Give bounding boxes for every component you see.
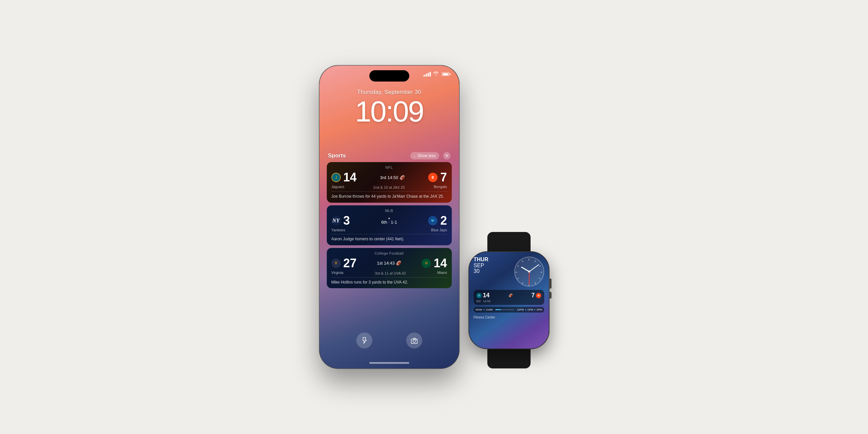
signal-bar-3 xyxy=(428,73,429,77)
battery-icon xyxy=(442,72,449,76)
nfl-score-row: J 14 3rd 14:50 🏈 7 xyxy=(332,171,447,183)
tick-2 xyxy=(538,265,540,267)
widget-title: Sports xyxy=(328,152,346,159)
virginia-logo: V xyxy=(332,259,341,268)
apple-watch-device: THUR SEP 30 xyxy=(469,252,549,348)
football-icon: 🏈 xyxy=(400,175,405,180)
cfb-game-info: 1st 14:43 🏈 xyxy=(357,261,422,266)
svg-text:B: B xyxy=(432,176,434,179)
yankees-logo: NY xyxy=(332,216,341,225)
inning-arrow: ▲ xyxy=(388,217,391,220)
fitness-center-label: Fitness Center xyxy=(474,316,495,319)
schedule-12pm: 12PM xyxy=(517,308,524,311)
comp-score-line: J 14 🏈 7 B xyxy=(476,292,541,299)
analog-clock xyxy=(514,257,544,287)
mlb-team1-score-num: 3 xyxy=(343,215,350,227)
nfl-game-info: 3rd 14:50 🏈 xyxy=(357,175,429,180)
lock-date: Thursday, September 30 xyxy=(319,89,459,95)
watch-score-complication[interactable]: J 14 🏈 7 B 3rd xyxy=(474,290,544,305)
iphone-screen: Thursday, September 30 10:09 Sports ⌄ Sh… xyxy=(319,65,459,369)
scene: Thursday, September 30 10:09 Sports ⌄ Sh… xyxy=(319,65,549,369)
close-icon: ✕ xyxy=(445,153,448,158)
cfb-team1-score-num: 27 xyxy=(343,257,357,269)
wifi-icon xyxy=(433,71,438,77)
mlb-team2-score: 2 🐦 xyxy=(428,215,447,227)
comp-football-icon: 🏈 xyxy=(508,294,513,297)
signal-bar-1 xyxy=(424,75,425,77)
cfb-play-description: Mike Hollins runs for 3 yards to the UVA… xyxy=(332,277,447,285)
clock-face xyxy=(514,257,544,287)
schedule-now: NOW xyxy=(476,308,483,311)
nfl-game-card[interactable]: NFL J 14 xyxy=(327,162,452,203)
watch-date-row: THUR SEP 30 xyxy=(474,257,544,287)
cfb-league-label: College Football xyxy=(332,251,447,255)
schedule-2pm: 2PM xyxy=(536,308,542,311)
tick-12 xyxy=(529,259,529,261)
fitness-label-row: Fitness Center xyxy=(474,314,544,320)
cfb-team-names: Virginia 3rd & 11 at UVA 42 Miami xyxy=(332,270,447,275)
cfb-team1-score: V 27 xyxy=(332,257,357,269)
show-less-button[interactable]: ⌄ Show less xyxy=(410,152,439,160)
schedule-11am: 11AM xyxy=(486,308,493,311)
clock-center xyxy=(528,270,530,272)
show-less-label: Show less xyxy=(417,153,436,158)
mlb-game-info: ▲ 6th · 1-1 xyxy=(350,217,429,225)
watch-month-label: SEP xyxy=(474,263,484,268)
mlb-game-status: ▲ 6th · 1-1 xyxy=(350,217,429,225)
bottom-controls xyxy=(319,332,459,348)
bengals-logo: B xyxy=(428,173,437,182)
cfb-down-distance: 3rd & 11 at UVA 42 xyxy=(375,271,406,275)
tick-3 xyxy=(540,272,542,272)
comp-team2-score: 7 xyxy=(531,292,534,299)
cfb-score-row: V 27 1st 14:43 🏈 14 U xyxy=(332,257,447,269)
cfb-team2-score: 14 U xyxy=(422,257,447,269)
flashlight-button[interactable] xyxy=(356,332,372,348)
lock-time: 10:09 xyxy=(319,97,459,126)
nfl-team1-name: Jaguars xyxy=(332,185,344,190)
nfl-team-names: Jaguars 2nd & 10 at JAX 25 Bengals xyxy=(332,185,447,190)
cfb-team2-score-num: 14 xyxy=(434,257,447,269)
schedule-dot xyxy=(484,309,484,310)
signal-icons xyxy=(424,71,449,77)
mlb-inning: 6th · 1-1 xyxy=(381,220,397,225)
svg-point-4 xyxy=(413,340,415,343)
schedule-dot-2 xyxy=(525,309,526,310)
mlb-play-description: Aaron Judge homers to center (441 feet). xyxy=(332,234,447,242)
svg-text:J: J xyxy=(335,176,337,179)
chevron-down-icon: ⌄ xyxy=(413,154,416,157)
tick-8 xyxy=(517,278,519,280)
watch-crown[interactable] xyxy=(549,279,552,289)
sports-widget: Sports ⌄ Show less ✕ NFL xyxy=(327,152,452,291)
nfl-game-status: 3rd 14:50 🏈 xyxy=(357,175,429,180)
mlb-team2-name: Blue Jays xyxy=(431,228,447,232)
tick-4 xyxy=(538,278,540,280)
watch-date-text: THUR SEP 30 xyxy=(474,257,488,274)
watch-side-button[interactable] xyxy=(549,292,552,298)
schedule-progress-fill xyxy=(495,309,501,310)
cfb-quarter: 1st 14:43 xyxy=(377,261,395,266)
mlb-team2-score-num: 2 xyxy=(440,215,447,227)
lock-content: Thursday, September 30 10:09 xyxy=(319,89,459,126)
schedule-progress-bar xyxy=(495,309,514,310)
mlb-inning-info: ▲ 6th · 1-1 xyxy=(381,217,397,225)
mlb-team1-score: NY 3 xyxy=(332,215,350,227)
miami-logo: U xyxy=(422,259,431,268)
close-widget-button[interactable]: ✕ xyxy=(443,152,451,160)
cfb-game-card[interactable]: College Football V 27 1st 14:43 🏈 xyxy=(327,248,452,289)
header-controls: ⌄ Show less ✕ xyxy=(410,152,451,160)
watch-day-num: 30 xyxy=(474,268,488,274)
camera-button[interactable] xyxy=(406,332,422,348)
comp-team2: 7 B xyxy=(531,292,541,299)
nfl-league-label: NFL xyxy=(332,166,447,169)
signal-bar-4 xyxy=(430,72,431,77)
comp-quarter: 3rd xyxy=(476,299,481,303)
nfl-team2-name: Bengals xyxy=(434,185,447,190)
mlb-game-card[interactable]: MLB NY 3 ▲ 6th · 1-1 xyxy=(327,205,452,245)
cfb-football-icon: 🏈 xyxy=(396,261,401,266)
comp-team1-score: 14 xyxy=(483,292,490,299)
nfl-play-description: Joe Burrow throws for 44 yards to Ja'Mar… xyxy=(332,192,447,199)
schedule-1pm: 1PM xyxy=(528,308,533,311)
watch-face: THUR SEP 30 xyxy=(469,252,549,348)
clock-second-hand xyxy=(529,271,530,285)
clock-minute-hand xyxy=(529,264,539,272)
